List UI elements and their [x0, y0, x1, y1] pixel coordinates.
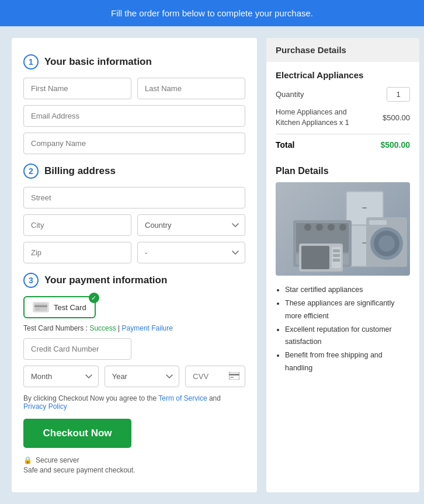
svg-rect-28 — [333, 259, 340, 262]
test-card-label: Test Card Numbers : — [23, 324, 88, 332]
quantity-row: Quantity 1 — [276, 87, 410, 102]
checkout-terms: By clicking Checkout Now you agree to th… — [23, 394, 245, 411]
svg-point-14 — [378, 235, 395, 252]
svg-rect-4 — [229, 374, 239, 376]
failure-link[interactable]: Payment Failure — [122, 324, 173, 332]
and-text: and — [207, 394, 221, 402]
card-icon — [33, 302, 49, 312]
feature-4: Benefit from free shipping and handling — [285, 349, 410, 374]
svg-rect-24 — [301, 246, 329, 269]
svg-rect-27 — [333, 254, 340, 257]
feature-1: Star certified appliances — [285, 284, 410, 296]
quantity-label: Quantity — [276, 90, 304, 99]
section2-title: Billing address — [44, 165, 116, 177]
city-country-row: Country — [23, 214, 245, 236]
item-price: $500.00 — [383, 113, 410, 122]
cvv-wrapper — [185, 366, 245, 387]
svg-point-20 — [316, 224, 323, 231]
section3-number: 3 — [23, 273, 39, 288]
total-value: $500.00 — [380, 140, 410, 150]
total-label: Total — [276, 140, 294, 150]
product-title: Electrical Appliances — [276, 70, 410, 80]
zip-input[interactable] — [23, 242, 131, 263]
year-select[interactable]: Year — [105, 366, 180, 387]
first-name-input[interactable] — [23, 78, 131, 99]
quantity-value: 1 — [387, 87, 410, 102]
right-panel: Purchase Details Electrical Appliances Q… — [266, 38, 419, 492]
total-row: Total $500.00 — [276, 134, 410, 150]
section1-number: 1 — [23, 54, 39, 69]
email-input[interactable] — [23, 105, 245, 127]
cc-number-row — [23, 338, 245, 360]
last-name-input[interactable] — [137, 78, 245, 99]
lock-icon: 🔒 — [23, 456, 32, 464]
svg-rect-2 — [36, 309, 40, 310]
street-input[interactable] — [23, 187, 245, 208]
svg-rect-5 — [230, 377, 234, 378]
section3-header: 3 Your payment information — [23, 273, 245, 288]
section1-header: 1 Your basic information — [23, 54, 245, 69]
secure-server: 🔒 Secure server — [23, 456, 245, 464]
cvv-icon — [229, 371, 239, 382]
feature-3: Excellent reputation for customer satisf… — [285, 324, 410, 349]
section2-number: 2 — [23, 164, 39, 179]
city-input[interactable] — [23, 214, 131, 236]
appliance-image — [276, 182, 410, 276]
secure-label: Secure server — [36, 456, 79, 464]
card-label: Test Card — [54, 303, 86, 312]
item-price-row: Home Appliances andKitchen Appliances x … — [276, 107, 410, 128]
item-label: Home Appliances andKitchen Appliances x … — [276, 107, 349, 128]
plan-details: Plan Details — [266, 158, 419, 374]
month-select[interactable]: Month — [23, 366, 99, 387]
email-row — [23, 105, 245, 127]
top-banner: Fill the order form below to complete yo… — [0, 0, 424, 26]
card-checkmark: ✓ — [89, 293, 99, 303]
street-row — [23, 187, 245, 208]
company-row — [23, 133, 245, 154]
test-card-line: Test Card Numbers : Success | Payment Fa… — [23, 324, 245, 332]
state-select[interactable]: - — [137, 242, 245, 263]
zip-state-row: - — [23, 242, 245, 263]
purchase-body: Electrical Appliances Quantity 1 Home Ap… — [266, 62, 419, 158]
company-input[interactable] — [23, 133, 245, 154]
country-select[interactable]: Country — [137, 214, 245, 236]
svg-rect-1 — [34, 305, 47, 307]
card-option[interactable]: Test Card ✓ — [23, 296, 96, 318]
checkout-button[interactable]: Checkout Now — [23, 419, 131, 448]
svg-rect-10 — [362, 242, 367, 244]
svg-point-21 — [328, 224, 335, 231]
svg-rect-9 — [362, 207, 367, 208]
section3-title: Your payment information — [44, 274, 167, 286]
success-link[interactable]: Success — [89, 324, 116, 332]
name-row — [23, 78, 245, 99]
section2-header: 2 Billing address — [23, 164, 245, 179]
svg-rect-15 — [369, 220, 387, 225]
expiry-cvv-row: Month Year — [23, 366, 245, 387]
plan-features: Star certified appliances These applianc… — [276, 284, 410, 374]
svg-point-22 — [339, 224, 346, 231]
terms-link[interactable]: Term of Service — [158, 394, 207, 402]
terms-prefix: By clicking Checkout Now you agree to th… — [23, 394, 158, 402]
purchase-header: Purchase Details — [266, 38, 419, 62]
feature-2: These appliances are significantly more … — [285, 297, 410, 322]
privacy-link[interactable]: Privacy Policy — [23, 402, 67, 411]
left-panel: 1 Your basic information 2 Billing addre… — [12, 38, 257, 492]
plan-title: Plan Details — [276, 166, 410, 176]
svg-rect-26 — [333, 249, 340, 252]
section1-title: Your basic information — [44, 56, 152, 68]
svg-point-19 — [304, 224, 311, 231]
banner-text: Fill the order form below to complete yo… — [111, 8, 313, 18]
secure-text: Safe and secure payment checkout. — [23, 466, 245, 474]
svg-rect-3 — [229, 372, 239, 380]
cc-number-input[interactable] — [23, 338, 131, 360]
